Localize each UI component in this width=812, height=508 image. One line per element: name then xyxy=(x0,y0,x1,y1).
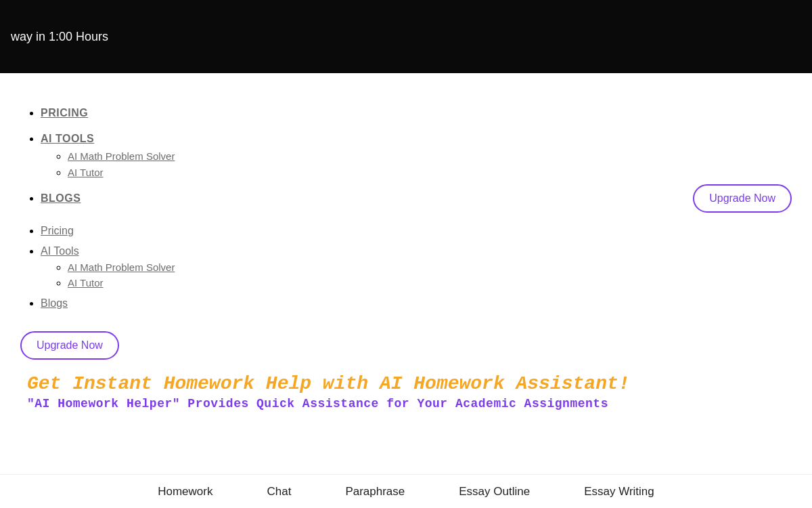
nav2-pricing-link[interactable]: Pricing xyxy=(41,225,74,236)
nav1-ai-tutor-link[interactable]: AI Tutor xyxy=(68,167,104,178)
hero-subtitle: "AI Homework Helper" Provides Quick Assi… xyxy=(27,397,785,410)
nav2-math-solver-link[interactable]: AI Math Problem Solver xyxy=(68,261,175,273)
nav-section-1: PRICING AI TOOLS AI Math Problem Solver … xyxy=(20,107,792,205)
nav1-ai-tools-sublist: AI Math Problem Solver AI Tutor xyxy=(41,150,792,179)
nav2-blogs-link[interactable]: Blogs xyxy=(41,297,68,309)
nav2-blogs: Blogs xyxy=(41,297,792,310)
tab-chat[interactable]: Chat xyxy=(267,485,291,499)
nav-list-2: Pricing AI Tools AI Math Problem Solver … xyxy=(20,225,792,310)
nav1-pricing: PRICING xyxy=(41,107,792,119)
nav1-blogs: BLOGS xyxy=(41,192,792,205)
nav1-ai-tutor: AI Tutor xyxy=(68,167,792,179)
tab-essay-writing[interactable]: Essay Writing xyxy=(584,485,654,499)
nav-list-1: PRICING AI TOOLS AI Math Problem Solver … xyxy=(20,107,792,205)
nav2-ai-tools-link[interactable]: AI Tools xyxy=(41,245,79,257)
nav1-math-solver-link[interactable]: AI Math Problem Solver xyxy=(68,150,175,162)
nav-section-2: Pricing AI Tools AI Math Problem Solver … xyxy=(20,225,792,360)
upgrade-now-2-button[interactable]: Upgrade Now xyxy=(20,331,119,360)
nav2-ai-tutor-link[interactable]: AI Tutor xyxy=(68,277,104,289)
nav2-ai-tools-sublist: AI Math Problem Solver AI Tutor xyxy=(41,261,792,289)
nav2-ai-tools: AI Tools AI Math Problem Solver AI Tutor xyxy=(41,245,792,289)
tab-paraphrase[interactable]: Paraphrase xyxy=(345,485,405,499)
banner-text: way in 1:00 Hours xyxy=(11,30,108,44)
nav2-pricing: Pricing xyxy=(41,225,792,237)
nav1-ai-tools-link[interactable]: AI TOOLS xyxy=(41,133,94,144)
upgrade-now-top-button[interactable]: Upgrade Now xyxy=(693,184,792,213)
nav2-math-solver: AI Math Problem Solver xyxy=(68,261,792,274)
main-content: PRICING AI TOOLS AI Math Problem Solver … xyxy=(0,73,812,424)
nav1-math-solver: AI Math Problem Solver xyxy=(68,150,792,163)
top-banner: way in 1:00 Hours xyxy=(0,0,812,73)
hero-section: Get Instant Homework Help with AI Homewo… xyxy=(20,373,792,410)
nav2-ai-tutor: AI Tutor xyxy=(68,277,792,289)
nav1-blogs-link[interactable]: BLOGS xyxy=(41,192,81,204)
hero-title: Get Instant Homework Help with AI Homewo… xyxy=(27,373,785,394)
tab-essay-outline[interactable]: Essay Outline xyxy=(459,485,530,499)
tab-homework[interactable]: Homework xyxy=(158,485,212,499)
nav1-ai-tools: AI TOOLS AI Math Problem Solver AI Tutor xyxy=(41,133,792,179)
nav1-pricing-link[interactable]: PRICING xyxy=(41,107,88,119)
bottom-tabs: Homework Chat Paraphrase Essay Outline E… xyxy=(0,474,812,508)
